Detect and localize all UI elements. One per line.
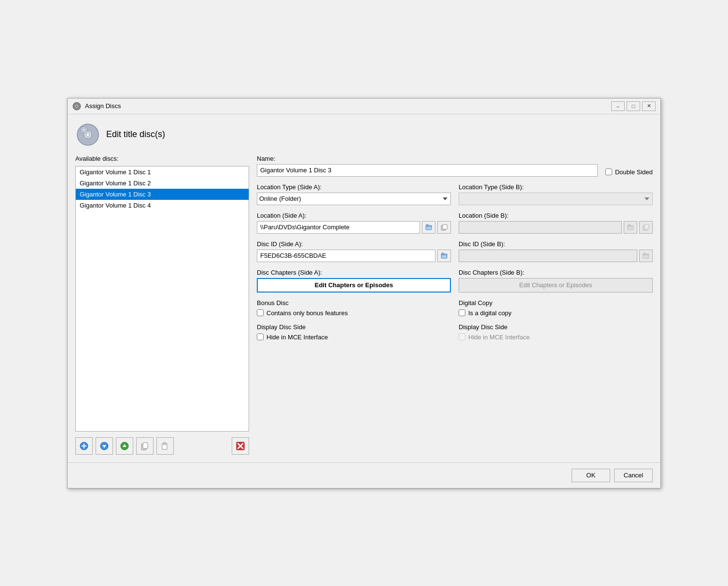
bonus-digital-row: Bonus Disc Contains only bonus features … [257,299,653,317]
disc-id-a-group: Disc ID (Side A): [257,240,451,262]
bonus-disc-label: Bonus Disc [257,299,451,307]
display-b-check-row: Hide in MCE Interface [459,334,653,341]
list-item[interactable]: Gigantor Volume 1 Disc 3 [76,189,249,200]
location-type-b-group: Location Type (Side B): [459,183,653,205]
svg-rect-30 [441,254,447,258]
name-input[interactable] [257,164,598,177]
svg-rect-31 [442,253,444,254]
location-path-b-group: Location (Side B): [459,212,653,234]
hide-mce-a-checkbox[interactable] [257,334,264,340]
svg-rect-23 [426,224,428,225]
copy-button[interactable] [136,437,154,455]
location-type-b-select-wrapper [459,193,653,205]
disc-id-b-input[interactable] [459,250,637,262]
svg-rect-26 [628,225,633,230]
browse-b-button[interactable] [624,221,637,234]
scan-disc-b-icon [643,252,649,259]
location-path-a-input[interactable] [257,221,420,234]
bonus-check-row: Contains only bonus features [257,309,451,317]
disc-id-a-label: Disc ID (Side A): [257,240,451,248]
svg-point-7 [83,128,85,131]
minimize-button[interactable]: – [611,101,625,111]
copy-path-a-button[interactable] [437,221,451,234]
display-a-check-row: Hide in MCE Interface [257,334,451,341]
window-title: Assign Discs [85,102,607,110]
location-path-b-label: Location (Side B): [459,212,653,219]
double-sided-label: Double Sided [615,168,653,176]
display-b-group: Display Disc Side Hide in MCE Interface [459,323,653,341]
digital-check-label: Is a digital copy [468,309,512,317]
delete-button[interactable] [232,437,249,455]
chapters-row: Disc Chapters (Side A): Edit Chapters or… [257,269,653,293]
double-sided-checkbox[interactable] [605,168,612,175]
list-item[interactable]: Gigantor Volume 1 Disc 4 [76,200,249,211]
list-item[interactable]: Gigantor Volume 1 Disc 1 [76,167,249,178]
paste-button[interactable] [156,437,174,455]
scan-disc-b-button[interactable] [639,250,653,262]
available-discs-label: Available discs: [75,155,249,162]
digital-checkbox[interactable] [459,309,465,316]
move-down-icon [100,442,109,450]
bonus-checkbox[interactable] [257,309,264,316]
svg-rect-18 [163,443,166,445]
close-button[interactable]: ✕ [642,101,656,111]
location-path-row: Location (Side A): [257,212,653,234]
header-section: Edit title disc(s) [75,122,653,147]
svg-rect-32 [643,254,649,258]
display-b-label: Display Disc Side [459,323,653,331]
location-path-a-label: Location (Side A): [257,212,451,219]
location-type-a-label: Location Type (Side A): [257,183,451,191]
svg-rect-29 [644,224,649,229]
delete-icon [236,442,245,450]
hide-mce-b-label: Hide in MCE Interface [468,334,530,341]
right-panel: Name: Double Sided Location Type (Side A… [257,155,653,455]
hide-mce-a-label: Hide in MCE Interface [266,334,328,341]
browse-a-icon [425,224,432,231]
name-label: Name: [257,155,598,162]
list-item[interactable]: Gigantor Volume 1 Disc 2 [76,178,249,189]
hide-mce-b-checkbox[interactable] [459,334,465,340]
maximize-button[interactable]: □ [627,101,640,111]
add-disc-button[interactable] [75,437,93,455]
move-up-button[interactable] [116,437,133,455]
move-up-icon [120,442,129,450]
edit-chapters-a-button[interactable]: Edit Chapters or Episodes [257,278,451,293]
browse-b-icon [627,224,634,231]
main-content: Edit title disc(s) Available discs: Giga… [68,114,660,462]
location-type-b-select[interactable] [459,193,653,205]
list-toolbar [75,435,249,455]
cancel-button[interactable]: Cancel [614,469,653,482]
copy-path-b-button[interactable] [639,221,653,234]
copy-icon [140,442,149,450]
svg-rect-33 [644,253,645,254]
name-row: Name: Double Sided [257,155,653,177]
digital-copy-label: Digital Copy [459,299,653,307]
chapters-a-label: Disc Chapters (Side A): [257,269,451,276]
svg-rect-22 [426,225,432,230]
chapters-b-label: Disc Chapters (Side B): [459,269,653,276]
chapters-b-group: Disc Chapters (Side B): Edit Chapters or… [459,269,653,293]
copy-path-a-icon [441,224,448,231]
scan-disc-a-button[interactable] [437,250,451,262]
main-layout: Available discs: Gigantor Volume 1 Disc … [75,155,653,455]
display-a-group: Display Disc Side Hide in MCE Interface [257,323,451,341]
location-path-a-input-row [257,221,451,234]
location-path-b-input-row [459,221,653,234]
svg-point-2 [76,105,78,107]
bonus-check-label: Contains only bonus features [266,309,348,317]
ok-button[interactable]: OK [572,469,610,482]
titlebar-icon [72,102,81,111]
edit-chapters-b-button[interactable]: Edit Chapters or Episodes [459,278,653,293]
move-down-button[interactable] [96,437,113,455]
disc-id-a-input[interactable] [257,250,435,262]
location-type-a-select[interactable]: Online (Folder) [257,193,451,205]
disc-header-icon [75,122,100,147]
location-type-a-group: Location Type (Side A): Online (Folder) [257,183,451,205]
location-path-b-input[interactable] [459,221,622,234]
add-icon [80,442,88,450]
copy-path-b-icon [643,224,649,231]
disc-list[interactable]: Gigantor Volume 1 Disc 1 Gigantor Volume… [75,166,249,432]
browse-a-button[interactable] [422,221,435,234]
disc-id-row: Disc ID (Side A): [257,240,653,262]
display-disc-row: Display Disc Side Hide in MCE Interface … [257,323,653,341]
